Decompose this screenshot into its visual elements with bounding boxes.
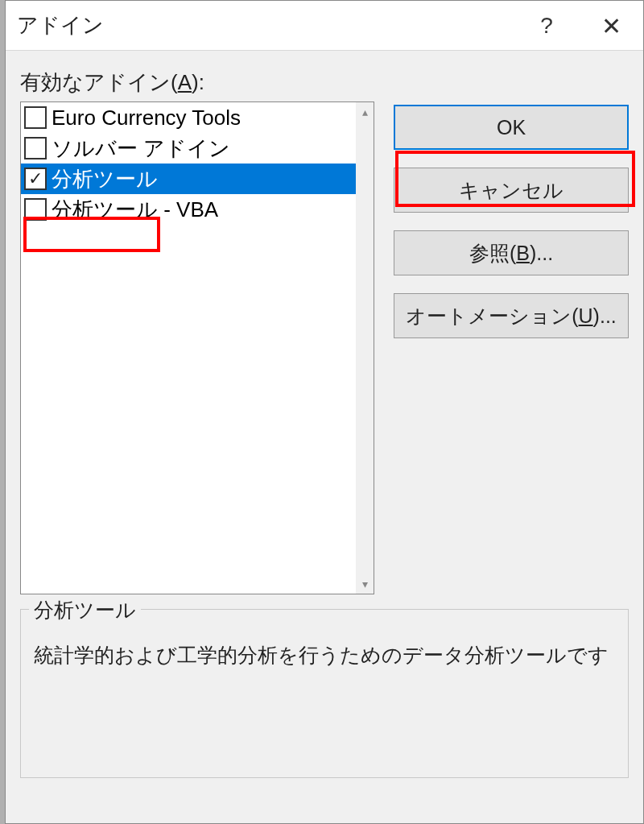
button-column: OK キャンセル 参照(B)... オートメーション(U)... [394, 101, 629, 594]
help-icon: ? [540, 13, 553, 39]
description-groupbox: 分析ツール 統計学的および工学的分析を行うためのデータ分析ツールです [20, 609, 629, 778]
content-row: Euro Currency Toolsソルバー アドイン分析ツール分析ツール -… [20, 101, 629, 594]
automation-button[interactable]: オートメーション(U)... [394, 293, 629, 338]
list-item[interactable]: 分析ツール [21, 164, 356, 194]
list-item[interactable]: 分析ツール - VBA [21, 194, 356, 225]
checkbox[interactable] [24, 198, 47, 221]
addins-listbox[interactable]: Euro Currency Toolsソルバー アドイン分析ツール分析ツール -… [20, 101, 374, 594]
list-item[interactable]: Euro Currency Tools [21, 102, 356, 133]
checkbox[interactable] [24, 106, 47, 129]
browse-button[interactable]: 参照(B)... [394, 230, 629, 275]
ok-button[interactable]: OK [394, 105, 629, 150]
addins-list-inner: Euro Currency Toolsソルバー アドイン分析ツール分析ツール -… [21, 102, 356, 594]
list-item-label: ソルバー アドイン [52, 135, 230, 163]
list-item-label: 分析ツール - VBA [52, 196, 218, 224]
scrollbar[interactable]: ▴ ▾ [356, 102, 374, 594]
dialog-title: アドイン [17, 11, 104, 39]
cancel-button[interactable]: キャンセル [394, 168, 629, 213]
description-title: 分析ツール [34, 598, 136, 621]
titlebar-controls: ? ✕ [514, 1, 643, 51]
close-button[interactable]: ✕ [579, 1, 643, 51]
list-item-label: Euro Currency Tools [52, 106, 241, 130]
list-item-label: 分析ツール [52, 165, 158, 193]
close-icon: ✕ [601, 12, 621, 40]
help-button[interactable]: ? [514, 1, 579, 51]
addins-list-label: 有効なアドイン(A): [20, 68, 629, 97]
titlebar: アドイン ? ✕ [6, 1, 643, 51]
description-text: 統計学的および工学的分析を行うためのデータ分析ツールです [34, 640, 615, 671]
checkbox[interactable] [24, 137, 47, 159]
checkbox[interactable] [24, 168, 47, 190]
list-item[interactable]: ソルバー アドイン [21, 133, 356, 164]
scroll-down-icon: ▾ [362, 578, 368, 590]
dialog-body: 有効なアドイン(A): Euro Currency Toolsソルバー アドイン… [6, 51, 643, 778]
addins-dialog: アドイン ? ✕ 有効なアドイン(A): Euro Currency Tools… [5, 0, 644, 824]
scroll-up-icon: ▴ [362, 106, 368, 118]
description-title-wrap: 分析ツール [29, 597, 141, 623]
